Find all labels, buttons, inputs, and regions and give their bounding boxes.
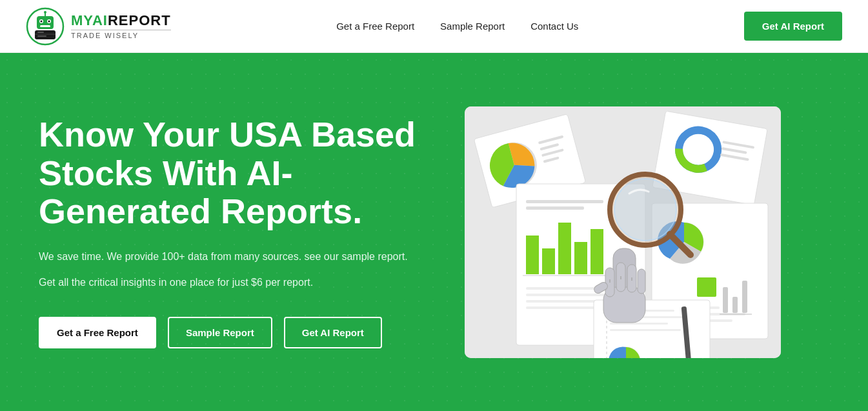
- logo: MYAIREPORT TRADE WISELY: [26, 7, 171, 46]
- logo-subtitle: TRADE WISELY: [71, 30, 171, 39]
- hero-content: Know Your USA Based Stocks With AI-Gener…: [39, 115, 426, 348]
- svg-rect-12: [37, 35, 46, 37]
- svg-rect-34: [526, 206, 584, 210]
- nav-link-free-report[interactable]: Get a Free Report: [336, 21, 414, 32]
- hero-ai-report-button[interactable]: Get AI Report: [284, 317, 382, 348]
- svg-point-4: [41, 20, 43, 22]
- svg-rect-45: [723, 287, 728, 313]
- hero-desc-1: We save time. We provide 100+ data from …: [39, 248, 426, 265]
- svg-rect-27: [526, 236, 539, 274]
- navbar: MYAIREPORT TRADE WISELY Get a Free Repor…: [0, 0, 868, 53]
- hero-free-report-button[interactable]: Get a Free Report: [39, 317, 156, 348]
- svg-rect-29: [558, 223, 571, 274]
- nav-links: Get a Free Report Sample Report Contact …: [336, 21, 578, 32]
- hero-sample-report-button[interactable]: Sample Report: [168, 317, 272, 348]
- svg-rect-28: [542, 248, 555, 274]
- logo-icon: [26, 7, 65, 46]
- svg-rect-46: [732, 297, 738, 313]
- svg-point-8: [44, 11, 46, 14]
- svg-rect-6: [40, 25, 50, 27]
- hero-illustration: [465, 106, 781, 358]
- logo-text: MYAIREPORT TRADE WISELY: [71, 13, 171, 39]
- svg-rect-47: [742, 281, 747, 313]
- hero-title: Know Your USA Based Stocks With AI-Gener…: [39, 115, 426, 230]
- svg-rect-54: [610, 329, 681, 331]
- svg-rect-36: [526, 294, 616, 296]
- logo-title: MYAIREPORT: [71, 13, 171, 28]
- hero-buttons: Get a Free Report Sample Report Get AI R…: [39, 317, 426, 348]
- svg-rect-31: [590, 229, 603, 274]
- svg-rect-11: [37, 32, 44, 33]
- hero-image-wrap: [465, 106, 781, 358]
- nav-cta-button[interactable]: Get AI Report: [744, 12, 842, 41]
- svg-rect-41: [697, 277, 716, 297]
- svg-point-69: [614, 179, 676, 241]
- svg-rect-33: [526, 200, 603, 203]
- svg-rect-38: [526, 306, 597, 309]
- hero-section: Know Your USA Based Stocks With AI-Gener…: [0, 53, 868, 411]
- svg-point-5: [48, 20, 50, 22]
- hero-desc-2: Get all the critical insights in one pla…: [39, 274, 426, 291]
- nav-link-sample-report[interactable]: Sample Report: [440, 21, 505, 32]
- svg-rect-30: [574, 242, 587, 274]
- hero-svg: [465, 106, 781, 358]
- nav-link-contact[interactable]: Contact Us: [530, 21, 578, 32]
- svg-rect-63: [638, 269, 645, 294]
